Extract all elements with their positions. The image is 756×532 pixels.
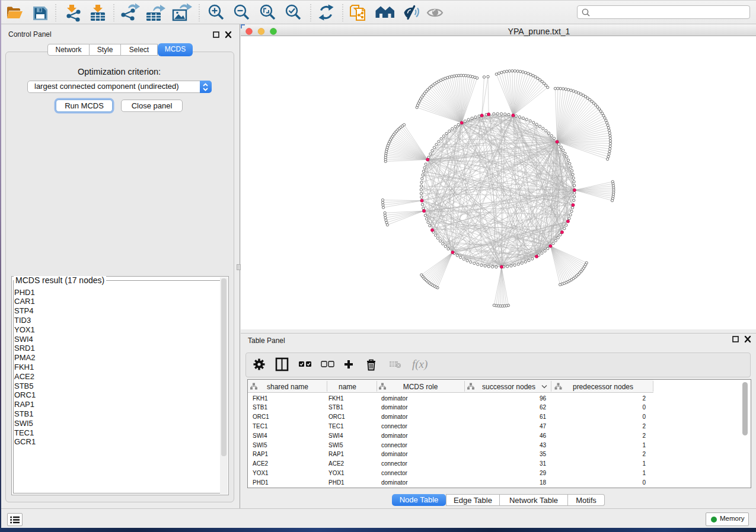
svg-text:successor nodes: successor nodes [482,383,535,391]
svg-text:shared name: shared name [267,383,308,391]
svg-text:predecessor nodes: predecessor nodes [573,383,633,391]
svg-text:name: name [339,383,356,391]
svg-text:MCDS role: MCDS role [403,383,438,391]
svg-text:f(x): f(x) [412,358,428,371]
